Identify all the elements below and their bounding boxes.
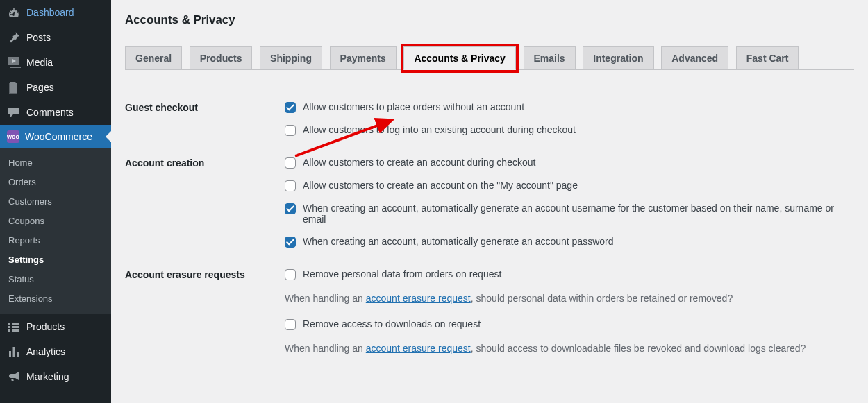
settings-form: Guest checkout Allow customers to place … [125,91,854,379]
option-label: Remove access to downloads on request [303,318,481,329]
checkbox-login-during-checkout[interactable] [285,125,296,136]
sidebar-label: Posts [26,31,51,44]
submenu-orders[interactable]: Orders [0,173,111,192]
option-label: Allow customers to log into an existing … [303,124,576,135]
admin-sidebar: Dashboard Posts Media Pages Comments woo… [0,0,111,403]
sidebar-item-dashboard[interactable]: Dashboard [0,0,111,25]
sidebar-label: WooCommerce [25,130,92,143]
checkbox-remove-order-data[interactable] [285,269,296,280]
tab-products[interactable]: Products [190,46,253,69]
sidebar-item-products[interactable]: Products [0,314,111,339]
sidebar-item-woocommerce[interactable]: woo WooCommerce [0,125,111,148]
option-label: Allow customers to create an account dur… [303,157,535,168]
option-description: When handling an account erasure request… [285,341,847,356]
woocommerce-submenu: Home Orders Customers Coupons Reports Se… [0,148,111,314]
sidebar-label: Products [26,320,65,333]
tab-advanced[interactable]: Advanced [661,46,728,69]
products-icon [7,320,21,334]
link-erasure-request[interactable]: account erasure request [366,343,471,354]
tab-payments[interactable]: Payments [330,46,397,69]
option-label: Allow customers to place orders without … [303,101,524,112]
tab-emails[interactable]: Emails [524,46,576,69]
sidebar-label: Pages [26,81,54,94]
sidebar-item-marketing[interactable]: Marketing [0,364,111,389]
sidebar-item-media[interactable]: Media [0,50,111,75]
submenu-customers[interactable]: Customers [0,192,111,212]
page-title: Accounts & Privacy [125,7,854,30]
checkbox-generate-password[interactable] [285,237,296,248]
submenu-home[interactable]: Home [0,153,111,173]
tab-fast-cart[interactable]: Fast Cart [736,46,799,69]
pin-icon [7,31,21,44]
media-icon [7,55,21,69]
link-erasure-request[interactable]: account erasure request [366,293,471,304]
submenu-extensions[interactable]: Extensions [0,289,111,309]
submenu-status[interactable]: Status [0,270,111,289]
sidebar-item-pages[interactable]: Pages [0,75,111,100]
woocommerce-icon: woo [7,130,19,143]
sidebar-label: Comments [26,106,74,119]
option-label: Remove personal data from orders on requ… [303,268,501,280]
pages-icon [7,80,21,94]
option-label: When creating an account, automatically … [303,236,614,247]
main-content: Accounts & Privacy General Products Ship… [111,0,868,403]
checkbox-guest-orders[interactable] [285,102,296,113]
checkbox-remove-download-access[interactable] [285,319,296,330]
megaphone-icon [7,370,21,384]
sidebar-label: Marketing [26,370,69,383]
section-heading-creation: Account creation [125,146,278,258]
submenu-reports[interactable]: Reports [0,231,111,250]
checkbox-create-account-checkout[interactable] [285,157,296,169]
option-label: Allow customers to create an account on … [303,180,578,191]
tab-accounts-privacy[interactable]: Accounts & Privacy [403,46,516,70]
sidebar-label: Analytics [26,345,65,358]
sidebar-label: Media [26,56,53,69]
sidebar-item-posts[interactable]: Posts [0,25,111,50]
submenu-coupons[interactable]: Coupons [0,212,111,231]
comments-icon [7,105,21,119]
dashboard-icon [7,6,21,19]
section-heading-guest: Guest checkout [125,91,278,146]
tab-integration[interactable]: Integration [583,46,653,69]
sidebar-label: Dashboard [26,6,74,19]
settings-tabs: General Products Shipping Payments Accou… [125,40,854,70]
checkbox-generate-username[interactable] [285,203,296,214]
analytics-icon [7,345,21,359]
submenu-settings[interactable]: Settings [0,250,111,270]
option-description: When handling an account erasure request… [285,291,847,306]
sidebar-item-analytics[interactable]: Analytics [0,339,111,364]
tab-shipping[interactable]: Shipping [260,46,322,69]
checkbox-create-account-myaccount[interactable] [285,180,296,191]
tab-general[interactable]: General [125,46,182,69]
section-heading-erasure: Account erasure requests [125,258,278,379]
sidebar-item-comments[interactable]: Comments [0,100,111,125]
option-label: When creating an account, automatically … [303,203,847,225]
